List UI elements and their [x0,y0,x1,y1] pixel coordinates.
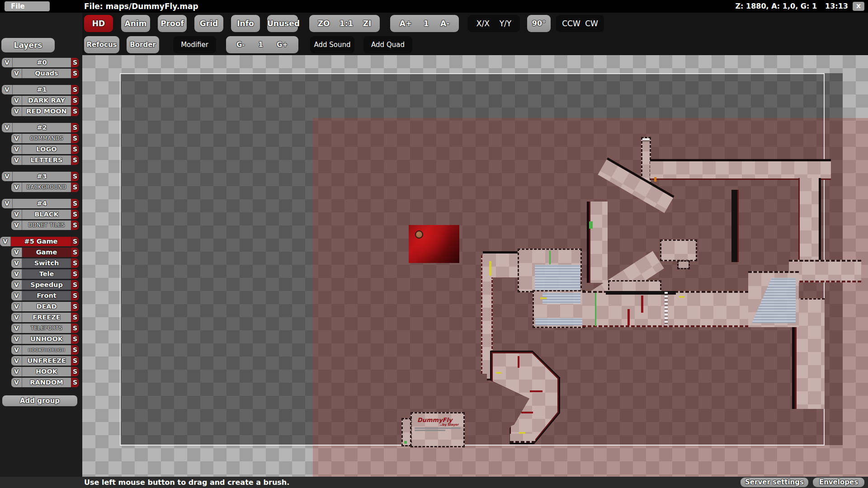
solo-button[interactable]: S [71,280,79,290]
visibility-toggle[interactable]: V [11,334,22,344]
layers-panel-header[interactable]: Layers [1,38,55,52]
red-gradient-quad[interactable] [409,225,459,263]
layer-label[interactable]: DARK RAY [22,96,71,105]
visibility-toggle[interactable]: V [2,199,13,208]
layer-label[interactable]: FREEZE [22,313,71,322]
layer-label[interactable]: #4 [13,199,71,208]
info-toggle-button[interactable]: Info [231,15,260,32]
layer-label[interactable]: Tele [22,269,71,279]
server-settings-button[interactable]: Server settings [741,478,808,487]
layer-label[interactable]: LETTERS [22,155,71,165]
unused-toggle-button[interactable]: Unused [267,15,298,32]
layer-label[interactable]: LOGO [22,145,71,154]
visibility-toggle[interactable]: V [11,324,22,333]
solo-button[interactable]: S [71,291,79,300]
solo-button[interactable]: S [71,123,79,132]
layer-label[interactable]: Quads [22,69,71,78]
grid-decrease-button[interactable]: G- [236,41,245,49]
visibility-toggle[interactable]: V [2,85,13,94]
layer-label[interactable]: UNFREEZE [22,356,71,366]
visibility-toggle[interactable]: V [11,183,22,192]
border-button[interactable]: Border [127,36,159,53]
anim-faster-button[interactable]: A+ [400,19,412,28]
layer-label[interactable]: #3 [13,172,71,181]
solo-button[interactable]: S [71,237,79,246]
layer-label[interactable]: Switch [22,258,71,268]
solo-button[interactable]: S [71,69,79,78]
visibility-toggle[interactable]: V [11,302,22,311]
solo-button[interactable]: S [71,258,79,268]
layer-label[interactable]: Front [22,291,71,300]
solo-button[interactable]: S [71,324,79,333]
visibility-toggle[interactable]: V [2,58,13,67]
zoom-in-button[interactable]: ZI [363,19,372,28]
add-sound-button[interactable]: Add Sound [310,36,354,53]
visibility-toggle[interactable]: V [11,378,22,387]
solo-button[interactable]: S [71,155,79,165]
rotate-ccw-button[interactable]: CCW [562,19,580,28]
hd-toggle-button[interactable]: HD [84,15,113,32]
layer-label[interactable]: HOOKTHORUGH [22,345,71,355]
visibility-toggle[interactable]: V [11,221,22,230]
solo-button[interactable]: S [71,367,79,376]
solo-button[interactable]: S [71,378,79,387]
visibility-toggle[interactable]: V [11,258,22,268]
visibility-toggle[interactable]: V [11,134,22,143]
grid-increase-button[interactable]: G+ [277,41,288,49]
visibility-toggle[interactable]: V [2,123,13,132]
map-canvas[interactable]: DummyFly ..by Slayer [82,55,868,477]
flip-y-button[interactable]: Y/Y [500,19,512,28]
solo-button[interactable]: S [71,199,79,208]
solo-button[interactable]: S [71,221,79,230]
solo-button[interactable]: S [71,107,79,116]
layer-label[interactable]: #1 [13,85,71,94]
visibility-toggle[interactable]: V [11,280,22,290]
flip-x-button[interactable]: X/X [476,19,490,28]
solo-button[interactable]: S [71,334,79,344]
visibility-toggle[interactable]: V [11,210,22,219]
rotate-cw-button[interactable]: CW [585,19,598,28]
solo-button[interactable]: S [71,248,79,257]
proof-toggle-button[interactable]: Proof [158,15,187,32]
solo-button[interactable]: S [71,302,79,311]
refocus-button[interactable]: Refocus [84,36,119,53]
solo-button[interactable]: S [71,96,79,105]
layer-label[interactable]: DDNET TILES [22,221,71,230]
zoom-reset-button[interactable]: 1:1 [340,19,353,28]
envelopes-button[interactable]: Envelopes [813,478,864,487]
visibility-toggle[interactable]: V [0,237,11,246]
solo-button[interactable]: S [71,145,79,154]
modifier-button[interactable]: Modifier [173,36,216,53]
visibility-toggle[interactable]: V [11,69,22,78]
anim-toggle-button[interactable]: Anim [121,15,150,32]
layer-label[interactable]: HOOK [22,367,71,376]
layer-label[interactable]: #5 Game [11,237,71,246]
visibility-toggle[interactable]: V [2,172,13,181]
file-menu-button[interactable]: File [5,1,50,11]
solo-button[interactable]: S [71,313,79,322]
layer-label[interactable]: UNHOOK [22,334,71,344]
solo-button[interactable]: S [71,210,79,219]
grid-toggle-button[interactable]: Grid [194,15,223,32]
layer-label[interactable]: DEAD [22,302,71,311]
solo-button[interactable]: S [71,269,79,279]
visibility-toggle[interactable]: V [11,291,22,300]
layer-label[interactable]: #0 [13,58,71,67]
solo-button[interactable]: S [71,85,79,94]
visibility-toggle[interactable]: V [11,313,22,322]
visibility-toggle[interactable]: V [11,269,22,279]
solo-button[interactable]: S [71,58,79,67]
anim-slower-button[interactable]: A- [440,19,449,28]
layer-label[interactable]: BLACK [22,210,71,219]
red-moon-quad[interactable] [415,230,423,239]
add-quad-button[interactable]: Add Quad [363,36,412,53]
layer-label[interactable]: Game [22,248,71,257]
visibility-toggle[interactable]: V [11,356,22,366]
solo-button[interactable]: S [71,356,79,366]
zoom-out-button[interactable]: ZO [318,19,330,28]
solo-button[interactable]: S [71,345,79,355]
layer-label[interactable]: RED MOON [22,107,71,116]
layer-label[interactable]: Speedup [22,280,71,290]
layer-label[interactable]: TELEPORTS [22,324,71,333]
layer-label[interactable]: BACKGROUND [22,183,71,192]
